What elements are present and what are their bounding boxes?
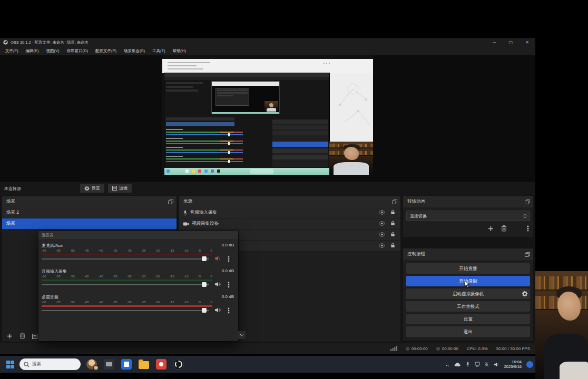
add-scene-button[interactable]	[7, 332, 13, 341]
visibility-eye-icon[interactable]	[379, 210, 385, 216]
chevron-down-icon[interactable]	[238, 331, 246, 339]
volume-slider-handle[interactable]	[202, 282, 207, 287]
tray-link-icon[interactable]	[475, 360, 480, 369]
control-button[interactable]: 工作室模式	[406, 301, 530, 312]
nested-audio-mixer	[166, 128, 245, 165]
db-tick-label: -55	[56, 275, 61, 278]
dock-menu-icon[interactable]	[525, 200, 530, 204]
control-button[interactable]: 启动虚拟摄像机	[406, 288, 530, 299]
menu-item[interactable]: 工具(T)	[149, 48, 169, 54]
db-scale: -60-55-50-45-40-35-30-25-20-15-10-50	[42, 301, 212, 304]
volume-slider[interactable]	[42, 258, 209, 260]
scenes-panel-header[interactable]: 场景	[2, 196, 177, 207]
volume-slider-handle[interactable]	[202, 256, 207, 261]
preview-screen-capture[interactable]	[162, 55, 373, 175]
dock-menu-icon[interactable]	[525, 252, 530, 257]
transitions-title: 转场动画	[407, 198, 425, 205]
taskbar-app-red[interactable]	[155, 358, 168, 371]
channel-name: 音频输入采集	[42, 268, 67, 274]
source-row[interactable]: 音频输入采集	[179, 207, 400, 218]
db-scale: -60-55-50-45-40-35-30-25-20-15-10-50	[42, 249, 212, 252]
obs-titlebar[interactable]: OBS 30.1.2 - 配置文件: 未命名 -场景: 未命名 ─ ▢ ✕	[0, 38, 535, 47]
notification-badge[interactable]	[526, 361, 533, 368]
speaker-muted-icon[interactable]	[214, 256, 221, 261]
tray-mic-icon[interactable]	[466, 360, 470, 369]
audio-mixer-window[interactable]: 混音器 麦克风/Aux 0.0 dB -60-55-50-45-40-35-30…	[38, 231, 239, 342]
volume-slider[interactable]	[42, 310, 209, 311]
add-transition-button[interactable]	[488, 224, 494, 234]
visibility-eye-icon[interactable]	[379, 243, 385, 249]
speaker-icon[interactable]	[214, 307, 221, 313]
menu-item[interactable]: 文件(F)	[2, 48, 22, 54]
maximize-button[interactable]: ▢	[503, 38, 519, 47]
whiteboard-doodle	[329, 73, 373, 142]
control-button[interactable]: 开始直播	[406, 263, 530, 274]
source-properties-button[interactable]: 设置	[80, 184, 104, 193]
taskbar-user-avatar[interactable]	[85, 358, 98, 371]
chevron-up-icon[interactable]	[445, 360, 449, 369]
transition-properties-dots-icon[interactable]	[527, 224, 529, 234]
scene-row[interactable]: 场景 2	[2, 207, 177, 218]
db-tick-label: -15	[170, 301, 174, 304]
lock-icon[interactable]	[390, 221, 395, 227]
ime-indicator[interactable]: 英	[485, 362, 489, 367]
menu-item[interactable]: 配置文件(P)	[92, 48, 120, 54]
nested-webcam-overlay	[329, 142, 373, 175]
start-button[interactable]	[6, 361, 14, 368]
scene-filters-button[interactable]	[32, 332, 37, 341]
speaker-icon[interactable]	[214, 282, 221, 287]
virtual-camera-settings-gear-icon[interactable]	[522, 291, 528, 297]
channel-db: 0.0 dB	[222, 243, 234, 247]
source-row[interactable]: 视频采集设备	[179, 218, 400, 230]
nested-browser-page	[162, 59, 373, 73]
remove-transition-button[interactable]	[501, 224, 507, 234]
sources-panel-header[interactable]: 来源	[179, 196, 400, 207]
visibility-eye-icon[interactable]	[379, 232, 385, 238]
minimize-button[interactable]: ─	[486, 38, 503, 47]
dock-menu-icon[interactable]	[168, 200, 173, 204]
mixer-titlebar[interactable]: 混音器	[38, 231, 238, 239]
lock-icon[interactable]	[390, 243, 395, 249]
close-button[interactable]: ✕	[519, 38, 535, 47]
visibility-eye-icon[interactable]	[379, 221, 385, 227]
onedrive-cloud-icon[interactable]	[454, 360, 461, 369]
taskbar-app-dark[interactable]	[103, 358, 115, 371]
scene-row-selected[interactable]: 场景	[2, 218, 177, 230]
remove-scene-button[interactable]	[19, 332, 25, 341]
db-tick-label: -30	[127, 249, 132, 252]
menu-item[interactable]: 停靠窗口(D)	[63, 48, 92, 54]
control-button[interactable]: 设置	[406, 314, 530, 324]
channel-options-dots-icon[interactable]	[228, 256, 230, 262]
volume-slider[interactable]	[42, 284, 209, 285]
channel-options-dots-icon[interactable]	[228, 307, 230, 314]
db-tick-label: -20	[155, 275, 160, 278]
status-bar: 00:00:00 00:00:00 CPU: 0.0% 30.00 / 30.0…	[0, 343, 535, 354]
preview-area[interactable]	[0, 55, 535, 182]
taskbar-obs-icon[interactable]	[172, 358, 185, 371]
volume-slider-handle[interactable]	[202, 308, 207, 313]
menu-item[interactable]: 编辑(E)	[22, 48, 43, 54]
source-toolbar: 未选择源 设置 滤镜	[0, 182, 535, 195]
lock-icon[interactable]	[390, 210, 395, 216]
dock-menu-icon[interactable]	[392, 200, 397, 204]
source-filters-button[interactable]: 滤镜	[108, 184, 132, 193]
transitions-panel-header[interactable]: 转场动画	[403, 196, 533, 207]
taskbar-search[interactable]: 搜索	[19, 358, 81, 370]
taskbar-file-explorer[interactable]	[138, 358, 150, 371]
menu-item[interactable]: 场景集合(S)	[120, 48, 149, 54]
control-button[interactable]: 退出	[406, 326, 530, 337]
controls-panel-header[interactable]: 控制按钮	[403, 248, 533, 260]
channel-options-dots-icon[interactable]	[228, 282, 230, 288]
person-sleeve	[560, 362, 588, 379]
db-tick-label: -10	[184, 301, 189, 304]
db-tick-label: -25	[141, 249, 146, 252]
transition-select[interactable]: 直接切换	[406, 211, 530, 221]
menu-item[interactable]: 帮助(H)	[169, 48, 190, 54]
db-tick-label: 0	[210, 275, 212, 278]
taskbar-clock[interactable]: 10:04 2025/9/16	[504, 360, 522, 370]
volume-icon[interactable]	[494, 360, 499, 369]
taskbar-app-blue[interactable]	[120, 358, 133, 371]
camera-icon	[183, 222, 189, 226]
lock-icon[interactable]	[390, 232, 395, 238]
menu-item[interactable]: 视图(V)	[43, 48, 63, 54]
